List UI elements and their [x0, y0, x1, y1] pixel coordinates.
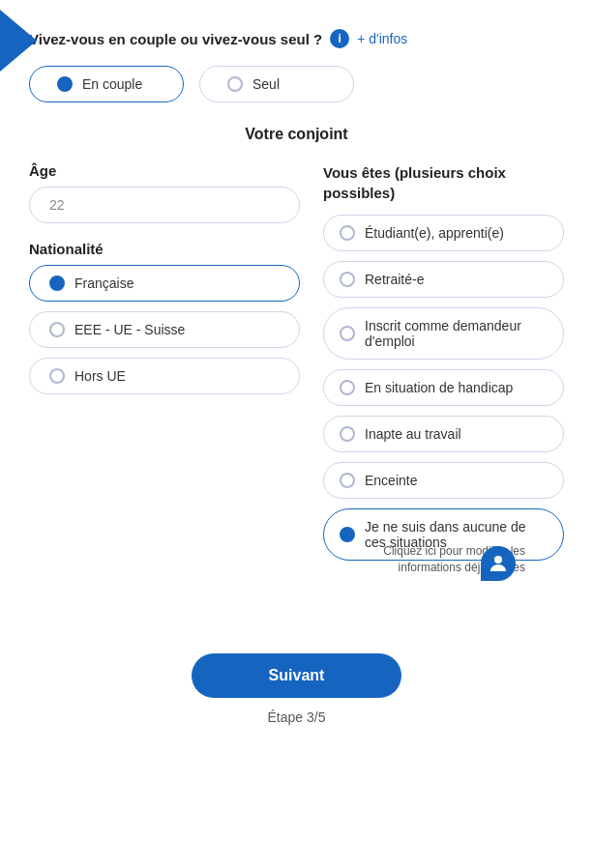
- label-seul: Seul: [252, 76, 280, 92]
- label-demandeur-emploi: Inscrit comme demandeur d'emploi: [365, 318, 548, 349]
- person-icon: [489, 554, 507, 573]
- section-title: Votre conjoint: [29, 126, 564, 143]
- option-demandeur-emploi[interactable]: Inscrit comme demandeur d'emploi: [323, 307, 564, 360]
- option-eee-ue-suisse[interactable]: EEE - UE - Suisse: [29, 311, 300, 348]
- label-francaise: Française: [74, 275, 133, 291]
- label-en-couple: En couple: [82, 76, 142, 92]
- option-francaise[interactable]: Française: [29, 265, 300, 302]
- radio-dot-seul: [227, 76, 243, 92]
- dot-aucune: [340, 527, 355, 542]
- option-seul[interactable]: Seul: [199, 66, 354, 102]
- bottom-bar: Cliquez ici pour modifier les informatio…: [29, 599, 564, 744]
- radio-dot-hors-ue: [49, 368, 65, 384]
- dot-retraite: [340, 272, 355, 287]
- label-handicap: En situation de handicap: [365, 380, 513, 395]
- right-column: Vous êtes (plusieurs choix possibles) Ét…: [323, 162, 564, 570]
- suivant-button[interactable]: Suivant: [192, 653, 402, 698]
- dot-etudiant: [340, 225, 355, 241]
- couple-options-row: En couple Seul: [29, 66, 564, 102]
- label-eee: EEE - UE - Suisse: [74, 322, 185, 337]
- option-inapte[interactable]: Inapte au travail: [323, 416, 564, 452]
- left-column: Âge Nationalité Française EEE - UE - Sui…: [29, 162, 300, 404]
- dot-demandeur-emploi: [340, 326, 355, 341]
- option-en-couple[interactable]: En couple: [29, 66, 184, 102]
- more-info-link[interactable]: + d'infos: [357, 31, 407, 46]
- label-etudiant: Étudiant(e), apprenti(e): [365, 225, 504, 241]
- couple-question-label: Vivez-vous en couple ou vivez-vous seul …: [29, 31, 322, 47]
- person-icon-button[interactable]: [481, 546, 516, 581]
- option-enceinte[interactable]: Enceinte: [323, 462, 564, 499]
- nationality-label: Nationalité: [29, 241, 300, 257]
- option-hors-ue[interactable]: Hors UE: [29, 358, 300, 394]
- age-label: Âge: [29, 162, 300, 179]
- label-hors-ue: Hors UE: [74, 368, 126, 384]
- age-input[interactable]: [29, 187, 300, 223]
- radio-dot-eee: [49, 322, 65, 337]
- form-grid: Âge Nationalité Française EEE - UE - Sui…: [29, 162, 564, 570]
- step-label: Étape 3/5: [268, 709, 326, 725]
- label-retraite: Retraité-e: [365, 272, 424, 287]
- radio-dot-francaise: [49, 275, 65, 291]
- status-label: Vous êtes (plusieurs choix possibles): [323, 162, 564, 203]
- info-icon[interactable]: i: [330, 29, 349, 48]
- label-inapte: Inapte au travail: [365, 426, 461, 442]
- couple-question-row: Vivez-vous en couple ou vivez-vous seul …: [29, 29, 564, 48]
- option-handicap[interactable]: En situation de handicap: [323, 369, 564, 406]
- dot-inapte: [340, 426, 355, 442]
- top-arrow-decoration: [0, 10, 37, 72]
- dot-enceinte: [340, 473, 355, 488]
- dot-handicap: [340, 380, 355, 395]
- radio-dot-en-couple: [57, 76, 73, 92]
- option-etudiant[interactable]: Étudiant(e), apprenti(e): [323, 215, 564, 251]
- svg-point-0: [494, 556, 502, 564]
- option-retraite[interactable]: Retraité-e: [323, 261, 564, 298]
- label-enceinte: Enceinte: [365, 473, 417, 488]
